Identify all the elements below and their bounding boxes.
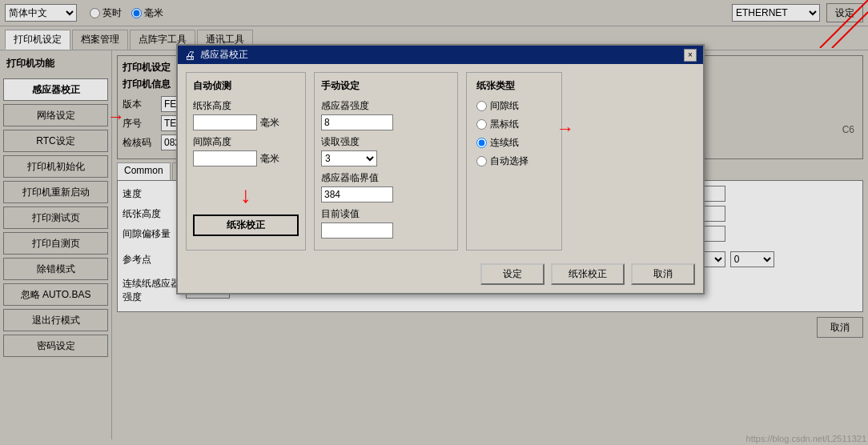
- modal-close-button[interactable]: ×: [684, 49, 697, 62]
- paper-type-gap-label: 间隙纸: [490, 99, 519, 113]
- modal-footer: 设定 纸张校正 取消: [178, 259, 703, 293]
- sensor-strength-input[interactable]: [321, 114, 393, 130]
- gap-height-unit: 毫米: [260, 152, 279, 166]
- gap-height-field: 间隙高度 毫米: [193, 135, 299, 166]
- paper-height-field: 纸张高度 毫米: [193, 99, 299, 130]
- sensor-strength-field: 感应器强度: [321, 99, 451, 130]
- sensor-strength-label: 感应器强度: [321, 99, 451, 113]
- arrow-down-icon: ↓: [193, 182, 299, 208]
- paper-height-input-row: 毫米: [193, 114, 299, 130]
- modal-gap-height-input[interactable]: [193, 150, 257, 166]
- modal-paper-calibrate-button[interactable]: 纸张校正: [551, 263, 625, 285]
- paper-type-blackmark-radio[interactable]: [476, 119, 487, 130]
- auto-detect-title: 自动侦测: [193, 79, 299, 93]
- target-read-input[interactable]: [321, 222, 393, 239]
- paper-type-gap[interactable]: 间隙纸: [476, 99, 552, 113]
- sensor-threshold-field: 感应器临界值: [321, 171, 451, 202]
- paper-type-title: 纸张类型: [476, 79, 552, 93]
- modal-cancel-button[interactable]: 取消: [631, 263, 695, 285]
- manual-title: 手动设定: [321, 79, 451, 93]
- paper-type-continuous-radio[interactable]: [476, 138, 487, 148]
- paper-type-gap-radio[interactable]: [476, 101, 487, 111]
- read-strength-row: 读取强度 3 1 2 4 5: [321, 135, 451, 171]
- paper-height-unit: 毫米: [260, 116, 279, 130]
- sensor-calibration-modal: 🖨 感应器校正 × 自动侦测 纸张高度 毫米 间隙高度: [176, 44, 705, 295]
- modal-set-button[interactable]: 设定: [480, 263, 545, 285]
- modal-body: 自动侦测 纸张高度 毫米 间隙高度 毫米 ↓: [178, 64, 703, 259]
- modal-overlay: 🖨 感应器校正 × 自动侦测 纸张高度 毫米 间隙高度: [0, 0, 868, 445]
- read-strength-select[interactable]: 3 1 2 4 5: [321, 150, 377, 166]
- read-strength-field: 读取强度 3 1 2 4 5: [321, 135, 451, 166]
- paper-type-continuous-label: 连续纸: [490, 136, 519, 150]
- paper-type-auto[interactable]: 自动选择: [476, 154, 552, 168]
- manual-section: 手动设定 感应器强度 读取强度 3 1 2 4 5: [314, 72, 458, 251]
- modal-printer-icon: 🖨: [184, 49, 195, 62]
- auto-calibrate-button[interactable]: 纸张校正: [193, 214, 299, 236]
- modal-gap-height-label: 间隙高度: [193, 135, 299, 149]
- paper-height-input[interactable]: [193, 114, 257, 130]
- paper-type-section: 纸张类型 间隙纸 黑标纸 连续纸 自动选择 →: [466, 72, 562, 251]
- target-read-label: 目前读值: [321, 207, 451, 221]
- sensor-threshold-label: 感应器临界值: [321, 171, 451, 185]
- paper-height-label: 纸张高度: [193, 99, 299, 113]
- modal-titlebar: 🖨 感应器校正 ×: [178, 46, 703, 64]
- modal-title: 感应器校正: [200, 48, 248, 62]
- auto-detect-section: 自动侦测 纸张高度 毫米 间隙高度 毫米 ↓: [186, 72, 306, 251]
- paper-type-continuous[interactable]: 连续纸: [476, 136, 552, 150]
- target-read-field: 目前读值: [321, 207, 451, 239]
- paper-type-auto-radio[interactable]: [476, 156, 487, 166]
- read-strength-label: 读取强度: [321, 135, 451, 149]
- paper-type-auto-label: 自动选择: [490, 154, 528, 168]
- modal-title-group: 🖨 感应器校正: [184, 48, 248, 62]
- paper-type-blackmark[interactable]: 黑标纸: [476, 118, 552, 131]
- sensor-threshold-input[interactable]: [321, 186, 393, 202]
- gap-height-input-row: 毫米: [193, 150, 299, 166]
- arrow-continuous-icon: →: [557, 118, 574, 139]
- paper-type-blackmark-label: 黑标纸: [490, 118, 519, 131]
